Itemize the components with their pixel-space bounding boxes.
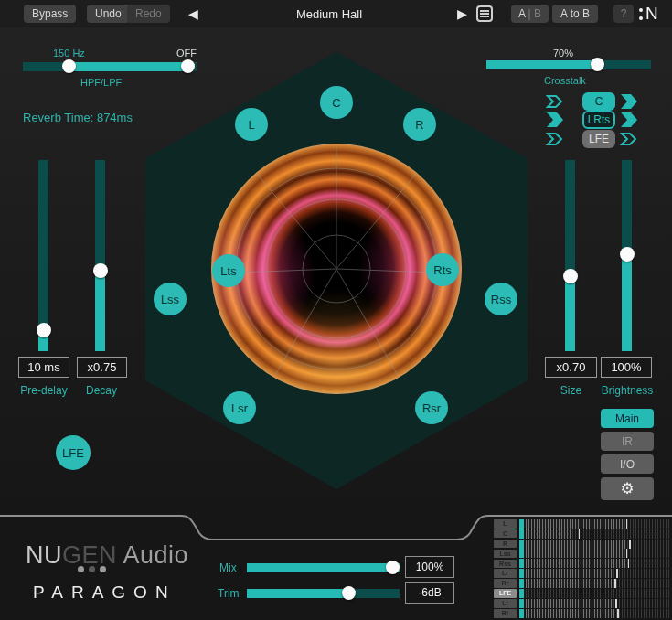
hpf-slider-handle[interactable]	[62, 59, 76, 73]
brand-logo: NUGEN Audio	[26, 541, 188, 570]
meter-level	[526, 540, 626, 549]
brand-audio: Audio	[117, 541, 188, 569]
size-label: Size	[545, 384, 597, 397]
meter-track	[526, 529, 669, 539]
brightness-value-box[interactable]: 100%	[601, 357, 652, 378]
next-preset-icon[interactable]: ▶	[457, 6, 467, 21]
redo-button[interactable]: Redo	[127, 5, 170, 23]
predelay-slider-handle[interactable]	[37, 323, 51, 337]
preset-list-icon[interactable]	[476, 5, 493, 22]
ab-compare-button[interactable]: A | B	[511, 5, 549, 23]
channel-button-rts[interactable]: Rts	[426, 253, 459, 286]
meter-row-lt: Lt	[494, 599, 669, 608]
ab-b2-label: B	[534, 7, 541, 20]
view-tab-main[interactable]: Main	[601, 409, 654, 428]
trim-slider-handle[interactable]	[342, 586, 356, 600]
meter-label: Lss	[494, 550, 517, 559]
decay-value-box[interactable]: x0.75	[77, 357, 127, 378]
channel-button-l[interactable]: L	[235, 108, 268, 141]
mix-slider-handle[interactable]	[386, 561, 400, 574]
settings-button[interactable]: ⚙	[601, 477, 654, 500]
meter-level	[526, 579, 612, 588]
nugen-logo-dots	[639, 8, 643, 20]
brightness-slider-handle[interactable]	[620, 247, 635, 262]
channel-button-rss[interactable]: Rss	[485, 283, 517, 315]
decay-slider-handle[interactable]	[93, 263, 108, 278]
view-tab-ir[interactable]: IR	[601, 432, 654, 451]
meter-track	[526, 589, 669, 598]
routing-in-arrow-c[interactable]	[546, 94, 565, 109]
decay-label: Decay	[69, 384, 133, 397]
previous-preset-icon[interactable]: ◀	[188, 6, 198, 21]
meter-label: R	[494, 540, 517, 549]
mix-value-box[interactable]: 100%	[405, 556, 454, 578]
routing-button-c[interactable]: C	[582, 92, 615, 111]
meter-input-block	[519, 589, 524, 598]
meter-label: LFE	[494, 589, 517, 598]
meter-label: Rt	[494, 609, 517, 618]
brand-gen: GEN	[62, 541, 117, 569]
meter-peak-marker	[616, 569, 618, 578]
meter-peak-marker	[579, 529, 581, 539]
meter-row-lr: Lr	[494, 569, 669, 578]
crosstalk-value-label: 70%	[553, 48, 573, 59]
size-value-box[interactable]: x0.70	[545, 357, 597, 378]
meter-row-c: C	[494, 529, 669, 539]
channel-button-lss[interactable]: Lss	[154, 283, 187, 315]
channel-button-lfe[interactable]: LFE	[56, 435, 91, 470]
meter-row-rss: Rss	[494, 560, 669, 569]
meter-peak-marker	[626, 519, 628, 529]
paragon-plugin-window: Bypass Undo Redo ◀ Medium Hall ▶ A | B A…	[0, 0, 672, 620]
meter-label: L	[494, 519, 517, 529]
predelay-value-box[interactable]: 10 ms	[18, 357, 69, 378]
preset-name[interactable]: Medium Hall	[256, 7, 402, 21]
meter-row-lss: Lss	[494, 550, 669, 559]
routing-out-arrow-lrts[interactable]	[620, 112, 639, 127]
bypass-button[interactable]: Bypass	[24, 5, 76, 23]
view-tab-io[interactable]: I/O	[601, 454, 654, 474]
undo-button[interactable]: Undo	[87, 5, 130, 23]
meter-peak-marker	[626, 549, 628, 558]
channel-button-r[interactable]: R	[403, 108, 436, 141]
meter-track	[526, 609, 669, 618]
meter-row-rr: Rr	[494, 579, 669, 588]
hpf-lpf-label: HPF/LPF	[80, 77, 122, 88]
meter-track	[526, 559, 669, 568]
channel-button-rsr[interactable]: Rsr	[415, 391, 448, 424]
channel-button-lsr[interactable]: Lsr	[223, 391, 256, 424]
trim-slider-fill	[247, 589, 349, 598]
crosstalk-slider-handle[interactable]	[591, 58, 604, 71]
ab-b-label: |	[525, 7, 534, 20]
meter-input-block	[519, 569, 524, 578]
hpf-lpf-slider-fill	[69, 62, 189, 71]
meter-track	[526, 569, 669, 578]
meter-label: Rss	[494, 560, 517, 569]
meter-level	[526, 519, 624, 529]
brightness-label: Brightness	[594, 384, 660, 397]
routing-out-arrow-lfe[interactable]	[620, 132, 639, 146]
size-slider-handle[interactable]	[563, 269, 578, 283]
help-button[interactable]: ?	[613, 5, 634, 23]
routing-in-arrow-lfe[interactable]	[546, 132, 565, 146]
meter-peak-marker	[617, 609, 619, 618]
mix-label: Mix	[219, 561, 237, 574]
routing-button-lrts[interactable]: LRts	[582, 111, 615, 129]
hpf-value-label: 150 Hz	[53, 48, 85, 59]
channel-button-lts[interactable]: Lts	[212, 254, 245, 287]
routing-in-arrow-lrts[interactable]	[546, 112, 565, 127]
meter-row-l: L	[494, 519, 669, 529]
reverb-time-readout: Reverb Time: 874ms	[23, 111, 133, 124]
meter-row-lfe: LFE	[494, 589, 669, 598]
mix-slider-track[interactable]	[247, 563, 400, 572]
brand-nu: NU	[26, 541, 62, 569]
routing-button-lfe[interactable]: LFE	[582, 130, 615, 148]
a-to-b-button[interactable]: A to B	[552, 5, 598, 23]
meter-input-block	[519, 549, 524, 558]
routing-out-arrow-c[interactable]	[620, 94, 639, 109]
channel-button-c[interactable]: C	[320, 86, 353, 119]
lpf-slider-handle[interactable]	[181, 59, 195, 73]
meter-row-r: R	[494, 540, 669, 549]
meter-track	[526, 519, 669, 529]
trim-value-box[interactable]: -6dB	[405, 582, 454, 604]
meter-level	[526, 559, 627, 568]
